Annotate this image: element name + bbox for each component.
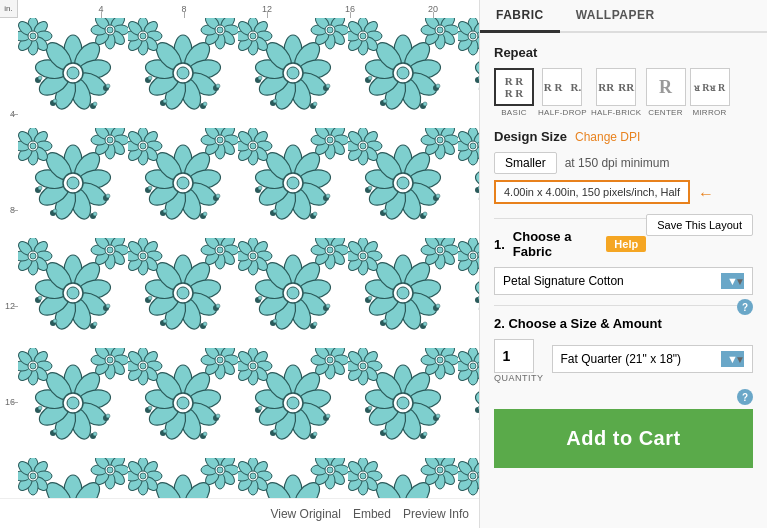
tab-wallpaper[interactable]: WALLPAPER [560, 0, 671, 33]
choose-size-label: Choose a Size & Amount [508, 316, 661, 331]
choose-fabric-label: Choose a Fabric [513, 229, 599, 259]
repeat-half-brick-label: HALF-BRICK [591, 108, 642, 117]
tab-fabric[interactable]: FABRIC [480, 0, 560, 33]
preview-panel: in. 4 8 12 16 20 4 8 12 16 [0, 0, 480, 528]
size-selected-value: Fat Quarter (21" x 18") [561, 352, 682, 366]
repeat-half-drop-box[interactable]: R R R. [542, 68, 582, 106]
repeat-basic[interactable]: R RR R BASIC [494, 68, 534, 117]
fabric-info-icon[interactable]: ? [737, 299, 753, 315]
save-layout-button[interactable]: Save This Layout [646, 214, 753, 236]
ruler-corner: in. [0, 0, 18, 18]
quantity-input[interactable] [494, 339, 534, 373]
fabric-chevron-icon: ▼ [721, 273, 744, 289]
svg-rect-39 [18, 18, 479, 498]
fabric-preview [18, 18, 479, 498]
size-info-icon[interactable]: ? [737, 389, 753, 405]
repeat-half-brick-box[interactable]: RR RR [596, 68, 636, 106]
tabs-row: FABRIC WALLPAPER [480, 0, 767, 33]
dpi-info: at 150 dpi minimum [565, 156, 670, 170]
repeat-mirror-box[interactable]: ᴚ R ᴚ R [690, 68, 730, 106]
preview-info-link[interactable]: Preview Info [403, 507, 469, 521]
choose-size-step: 2. [494, 316, 505, 331]
repeat-center-label: CENTER [648, 108, 683, 117]
smaller-button[interactable]: Smaller [494, 152, 557, 174]
embed-link[interactable]: Embed [353, 507, 391, 521]
size-select[interactable]: Fat Quarter (21" x 18") ▼ [552, 345, 753, 373]
design-size-row: Design Size Change DPI [494, 129, 753, 144]
preview-bottom-bar: View Original Embed Preview Info [0, 498, 479, 528]
quantity-label: QUANTITY [494, 373, 544, 383]
panel-content: Repeat R RR R BASIC R R R. HALF-DROP RR … [480, 33, 767, 401]
divider-2 [494, 305, 753, 306]
repeat-center[interactable]: R CENTER [646, 68, 686, 117]
repeat-mirror[interactable]: ᴚ R ᴚ R MIRROR [690, 68, 730, 117]
repeat-mirror-label: MIRROR [692, 108, 726, 117]
quantity-row: QUANTITY Fat Quarter (21" x 18") ▼ [494, 339, 753, 383]
choose-fabric-header: 1. Choose a Fabric Help [494, 229, 646, 259]
fabric-select-wrapper: Petal Signature Cotton ▼ [494, 267, 753, 295]
repeat-label: Repeat [494, 45, 753, 60]
repeat-center-box[interactable]: R [646, 68, 686, 106]
arrow-icon: ← [698, 185, 714, 203]
size-row: 4.00in x 4.00in, 150 pixels/inch, Half ← [494, 180, 753, 208]
view-original-link[interactable]: View Original [270, 507, 340, 521]
repeat-half-brick[interactable]: RR RR HALF-BRICK [591, 68, 642, 117]
size-chevron-icon: ▼ [721, 351, 744, 367]
ruler-side: 4 8 12 16 [0, 18, 18, 498]
size-select-wrapper: Fat Quarter (21" x 18") ▼ [552, 345, 753, 373]
ruler-top: 4 8 12 16 20 [18, 0, 479, 18]
repeat-half-drop-label: HALF-DROP [538, 108, 587, 117]
fabric-select[interactable]: Petal Signature Cotton ▼ [494, 267, 753, 295]
choose-size-header: 2. Choose a Size & Amount [494, 316, 753, 331]
help-button[interactable]: Help [606, 236, 646, 252]
size-display: 4.00in x 4.00in, 150 pixels/inch, Half [494, 180, 690, 204]
choose-fabric-step: 1. [494, 237, 505, 252]
quantity-col: QUANTITY [494, 339, 544, 383]
repeat-half-drop[interactable]: R R R. HALF-DROP [538, 68, 587, 117]
repeat-basic-label: BASIC [501, 108, 527, 117]
right-panel: FABRIC WALLPAPER Repeat R RR R BASIC R R… [480, 0, 767, 528]
repeat-options: R RR R BASIC R R R. HALF-DROP RR RR HALF… [494, 68, 753, 117]
design-size-label: Design Size [494, 129, 567, 144]
repeat-basic-box[interactable]: R RR R [494, 68, 534, 106]
fabric-selected-value: Petal Signature Cotton [503, 274, 624, 288]
change-dpi-link[interactable]: Change DPI [575, 130, 640, 144]
add-to-cart-button[interactable]: Add to Cart [494, 409, 753, 468]
